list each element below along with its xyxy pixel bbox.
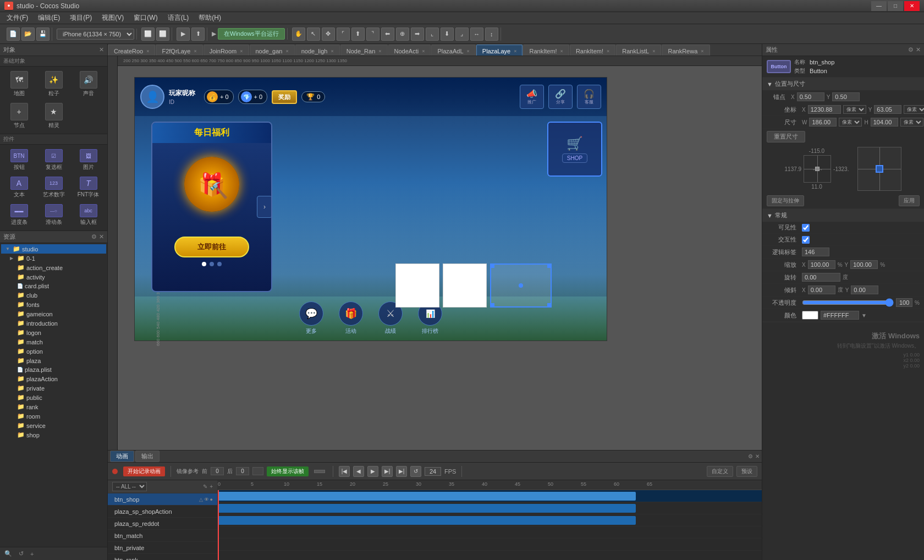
tab-nodeligh[interactable]: node_ligh× xyxy=(295,45,340,56)
tab-plazaadl[interactable]: PlazaAdL× xyxy=(431,45,475,56)
rotation-input[interactable] xyxy=(802,273,840,282)
track-lane-1[interactable] xyxy=(218,490,762,502)
play-to-start[interactable]: |◀ xyxy=(339,466,350,477)
preset-btn[interactable]: 预设 xyxy=(736,466,757,477)
goto-button[interactable]: 立即前往 xyxy=(174,237,249,257)
tab-noderan[interactable]: Node_Ran× xyxy=(340,45,388,56)
general-header[interactable]: ▼ 常规 xyxy=(762,209,924,222)
tab-createroom[interactable]: CreateRoo× xyxy=(108,45,155,56)
asset-item-rank[interactable]: 📁 rank xyxy=(1,402,106,411)
assets-panel-close[interactable]: ✕ xyxy=(99,233,104,240)
art-number-control[interactable]: 123 艺术数字 xyxy=(37,174,70,201)
sel-handle-bl[interactable] xyxy=(491,303,494,306)
sel-handle-tl[interactable] xyxy=(491,265,494,268)
anchor-x-input[interactable] xyxy=(797,92,824,101)
anim-tab-animation[interactable]: 动画 xyxy=(110,451,134,462)
mirror-third-input[interactable] xyxy=(252,467,263,475)
pos-x-input[interactable] xyxy=(808,105,841,114)
select-tool[interactable]: ↖ xyxy=(307,28,320,41)
fps-input[interactable] xyxy=(425,467,441,476)
tab-rankitem1[interactable]: RankItem!× xyxy=(523,45,569,56)
asset-item-plaza-plist[interactable]: 📄 plaza.plist xyxy=(1,365,106,374)
tab-createroom-close[interactable]: × xyxy=(146,48,149,54)
slider-control[interactable]: —○ 滑动条 xyxy=(37,202,70,228)
start-record-button[interactable]: 开始记录动画 xyxy=(123,466,165,476)
always-show-button[interactable]: 始终显示该帧 xyxy=(267,466,309,476)
device-selector[interactable]: iPhone 6(1334 × 750) xyxy=(57,29,134,40)
flip-v[interactable]: ↕ xyxy=(485,28,498,41)
loop-btn[interactable]: ↺ xyxy=(410,466,421,477)
tab-rankrewa[interactable]: RankRewa× xyxy=(662,45,710,56)
box-2[interactable] xyxy=(443,263,487,308)
opacity-input[interactable] xyxy=(896,298,912,307)
track-lane-6[interactable] xyxy=(218,551,762,560)
platform-run-button[interactable]: 在Windows平台运行 xyxy=(218,28,285,40)
anchor-tl[interactable]: ⌜ xyxy=(337,28,350,41)
shop-area[interactable]: 🛒 SHOP xyxy=(547,122,602,177)
track-lock-icon[interactable]: 👁 xyxy=(204,497,209,502)
anchor-mc[interactable]: ⊕ xyxy=(396,28,409,41)
asset-item-logon[interactable]: 📁 logon xyxy=(1,328,106,337)
color-picker-btn[interactable]: ▼ xyxy=(861,312,867,319)
anchor-bl[interactable]: ⌞ xyxy=(426,28,439,41)
reset-size-button[interactable]: 重置尺寸 xyxy=(767,131,805,142)
menu-project[interactable]: 项目(P) xyxy=(65,12,96,24)
size-w-unit-select[interactable]: 像素 xyxy=(839,118,862,127)
play-to-end[interactable]: ▶| xyxy=(396,466,407,477)
asset-item-room[interactable]: 📁 room xyxy=(1,411,106,421)
tab-f2fqrlaye[interactable]: F2fQrLaye× xyxy=(156,45,202,56)
track-lane-5[interactable] xyxy=(218,539,762,551)
logic-tag-input[interactable] xyxy=(802,248,829,256)
box-3-selected[interactable] xyxy=(490,263,552,308)
tab-rankrewa-close[interactable]: × xyxy=(701,48,703,54)
flip-h[interactable]: ↔ xyxy=(470,28,483,41)
assets-panel-settings[interactable]: ⚙ xyxy=(91,233,97,240)
anchor-ml[interactable]: ⬅ xyxy=(381,28,394,41)
visible-checkbox[interactable] xyxy=(802,224,810,232)
tab-nodegan-close[interactable]: × xyxy=(285,48,288,54)
box-1[interactable] xyxy=(395,263,439,308)
tab-nodeacti[interactable]: NodeActi× xyxy=(388,45,431,56)
pos-x-unit-select[interactable]: 像素 xyxy=(843,105,866,114)
checkbox-control[interactable]: ☑ 复选框 xyxy=(37,147,70,173)
tab-nodeacti-close[interactable]: × xyxy=(422,48,425,54)
tab-joinroom-close[interactable]: × xyxy=(240,48,243,54)
player-avatar[interactable]: 👤 xyxy=(140,85,164,109)
tab-ranklistl[interactable]: RankListL× xyxy=(616,45,661,56)
asset-item-action-create[interactable]: 📁 action_create xyxy=(1,263,106,272)
promo-btn[interactable]: 📣推广 xyxy=(520,85,544,109)
node-object[interactable]: + 节点 xyxy=(2,101,36,131)
button-control[interactable]: BTN 按钮 xyxy=(2,147,36,173)
tab-noderan-close[interactable]: × xyxy=(378,48,381,54)
fix-stretch-button[interactable]: 固定与拉伸 xyxy=(767,195,804,206)
move-tool[interactable]: ✥ xyxy=(322,28,335,41)
asset-item-public[interactable]: 📁 public xyxy=(1,393,106,402)
object-panel-close[interactable]: ✕ xyxy=(99,46,104,53)
timeline-settings[interactable]: ⚙ xyxy=(748,453,753,459)
tab-nodeligh-close[interactable]: × xyxy=(331,48,333,54)
menu-file[interactable]: 文件(F) xyxy=(2,12,32,24)
layout-btn-2[interactable]: ⬜ xyxy=(156,28,169,41)
asset-item-fonts[interactable]: 📁 fonts xyxy=(1,300,106,309)
asset-item-plazaAction[interactable]: 📁 plazaAction xyxy=(1,374,106,383)
track-plaza-shopaction[interactable]: plaza_sp_shopAction xyxy=(108,506,217,518)
skew-x-input[interactable] xyxy=(808,286,835,294)
save-button[interactable]: 💾 xyxy=(36,28,50,41)
service-btn[interactable]: 🎧客服 xyxy=(577,85,601,109)
text-control[interactable]: A 文本 xyxy=(2,174,36,201)
anchor-bc[interactable]: ⬇ xyxy=(441,28,454,41)
asset-item-gameicon[interactable]: 📁 gameicon xyxy=(1,309,106,319)
asset-item-card-plist[interactable]: 📄 card.plist xyxy=(1,282,106,290)
tab-ranklistl-close[interactable]: × xyxy=(652,48,655,54)
anchor-tc[interactable]: ⬆ xyxy=(351,28,365,41)
maximize-button[interactable]: □ xyxy=(888,1,903,11)
scale-x-input[interactable] xyxy=(808,260,835,269)
timeline-tracks[interactable]: 0 5 10 15 20 25 30 35 40 45 50 55 60 65 xyxy=(218,480,762,560)
tab-f2fqrlaye-close[interactable]: × xyxy=(194,48,196,54)
new-button[interactable]: 📄 xyxy=(7,28,20,41)
asset-item-match[interactable]: 📁 match xyxy=(1,337,106,347)
size-w-input[interactable] xyxy=(809,118,837,127)
skew-y-input[interactable] xyxy=(851,286,878,294)
particle-object[interactable]: ✨ 粒子 xyxy=(37,69,70,100)
layout-btn-1[interactable]: ⬜ xyxy=(141,28,155,41)
